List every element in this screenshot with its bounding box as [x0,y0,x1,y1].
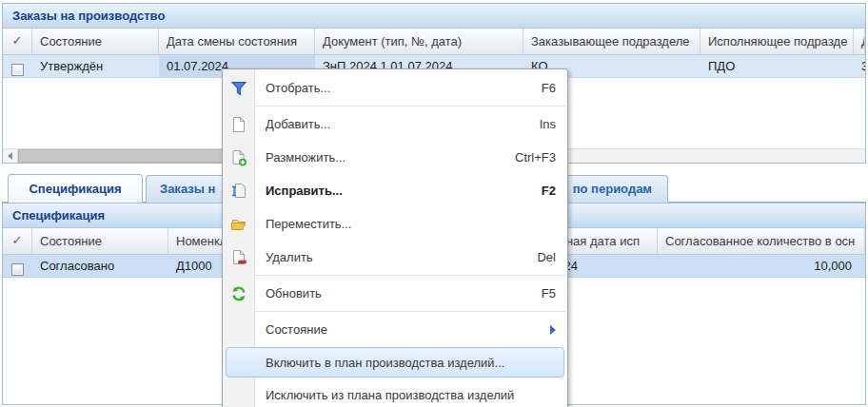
orders-row-state: Утверждён [32,55,159,77]
menu-item-exclude-from-plan[interactable]: Исключить из плана производства изделий [223,378,567,407]
menu-item-edit[interactable]: Исправить... F2 [223,174,567,207]
orders-column-extra[interactable]: Д [854,29,865,54]
menu-item-move[interactable]: Переместить... [223,207,567,241]
orders-panel-title: Заказы на производство [3,4,865,29]
spec-row-checkbox-cell [3,255,32,277]
menu-item-refresh[interactable]: Обновить F5 [223,277,567,310]
orders-check-column-header[interactable]: ✓ [3,29,32,54]
orders-column-state[interactable]: Состояние [32,29,159,54]
orders-column-ordering-dept[interactable]: Заказывающее подразделе [523,29,700,54]
scroll-left-arrow-icon [8,152,12,160]
spec-row-agreed-qty: 10,000 [658,255,865,277]
menu-item-filter[interactable]: Отобрать... F6 [223,71,567,105]
orders-column-state-date[interactable]: Дата смены состояния [159,29,315,54]
spec-row-state: Согласовано [32,255,168,277]
spec-column-agreed-qty[interactable]: Согласованное количество в осн [658,228,865,254]
orders-row-checkbox[interactable] [11,64,24,76]
orders-row-extra: 3 [854,55,865,77]
menu-item-add[interactable]: Добавить... Ins [223,107,567,141]
tab-specification[interactable]: Спецификация [8,174,143,204]
orders-column-document[interactable]: Документ (тип, №, дата) [315,29,523,54]
spec-row-checkbox[interactable] [11,263,24,276]
submenu-arrow-icon [550,325,556,335]
orders-row-executing-dept: ПДО [700,55,854,77]
menu-item-delete[interactable]: Удалить Del [223,241,567,274]
scroll-left-button[interactable] [3,149,18,163]
orders-row-checkbox-cell [3,55,32,77]
spec-check-column-header[interactable]: ✓ [3,228,32,254]
application-window: Заказы на производство ✓ Состояние Дата … [0,0,868,407]
menu-separator [224,106,566,107]
menu-separator [224,311,566,312]
context-menu: Отобрать... F6 Добавить... Ins Размножит… [222,68,568,407]
menu-item-include-in-plan[interactable]: Включить в план производства изделий... [223,346,567,378]
orders-grid-header: ✓ Состояние Дата смены состояния Докумен… [3,29,865,55]
orders-column-executing-dept[interactable]: Исполняющее подразде [700,29,854,54]
menu-item-duplicate[interactable]: Размножить... Ctrl+F3 [223,141,567,174]
menu-item-state[interactable]: Состояние [223,313,567,346]
menu-separator [224,275,566,276]
spec-column-state[interactable]: Состояние [32,228,168,254]
